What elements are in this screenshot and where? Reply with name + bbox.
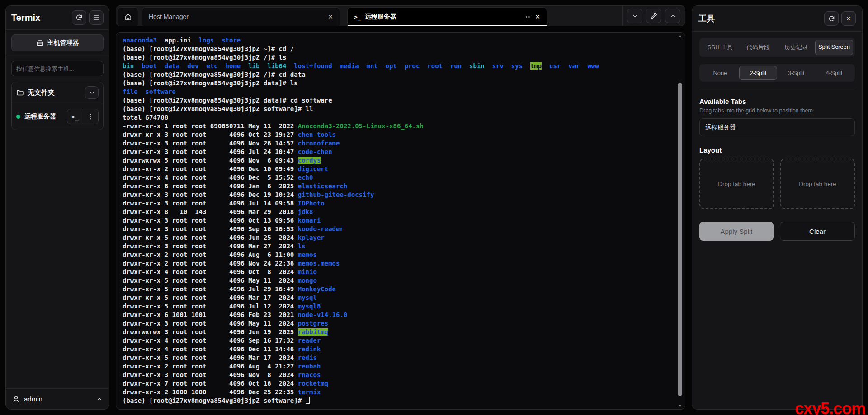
drop-zone-1[interactable]: Drop tab here: [699, 159, 774, 209]
tab-history[interactable]: 历史记录: [777, 40, 815, 55]
terminal-line: anaconda3 app.ini logs store: [123, 36, 673, 45]
terminal-line: drwxrwxrwx 5 root root 4096 Nov 6 09:43 …: [123, 156, 673, 165]
terminal-line: drwxr-xr-x 2 root root 4096 Aug 4 21:27 …: [123, 362, 673, 371]
divider: [699, 90, 855, 90]
terminal-line: bin boot data dev etc home lib lib64 los…: [123, 62, 673, 70]
clear-button[interactable]: Clear: [780, 222, 855, 241]
terminal-line: total 674788: [123, 113, 673, 122]
tab-snippets[interactable]: 代码片段: [739, 40, 777, 55]
sidebar-menu-button[interactable]: [89, 10, 104, 25]
terminal-line: drwxr-xr-x 3 root root 4096 Nov 26 14:57…: [123, 139, 673, 148]
split-option-bar: None 2-Split 3-Split 4-Split: [699, 64, 855, 82]
split-option-3[interactable]: 3-Split: [777, 66, 815, 80]
tools-title: 工具: [698, 13, 715, 24]
home-tab[interactable]: [118, 7, 138, 26]
terminal-line: (base) [root@iZ7xv8mogva854vg30j3jpZ /]#…: [123, 53, 673, 62]
tab-host-manager[interactable]: Host Manager ✕: [142, 7, 340, 26]
terminal-line: drwxrwxrwx 3 root root 4096 Jun 19 2025 …: [123, 328, 673, 336]
tab-bar-controls: [622, 6, 685, 26]
sidebar-header: Termix: [6, 6, 109, 30]
terminal-line: drwxr-xr-x 4 root root 4096 Dec 5 15:52 …: [123, 173, 673, 182]
folder-collapse-button[interactable]: [85, 86, 99, 99]
host-status-dot: [16, 115, 20, 119]
terminal-line: drwxr-xr-x 2 root root 4096 Nov 24 22:36…: [123, 259, 673, 268]
tab-ssh-tools[interactable]: SSH 工具: [701, 40, 739, 55]
host-more-button[interactable]: ⋮: [83, 109, 98, 124]
tools-panel: 工具 ✕ SSH 工具 代码片段 历史记录 Split Screen: [692, 5, 863, 410]
tab-remote-server[interactable]: >_ 远程服务器 ✕: [347, 7, 547, 26]
scrollbar-thumb[interactable]: [678, 83, 682, 396]
terminal-scrollbar[interactable]: ▲ ▼: [678, 34, 682, 407]
tools-header: 工具 ✕: [692, 6, 862, 32]
terminal-line: drwxr-xr-x 5 root root 4096 Jul 12 2024 …: [123, 302, 673, 311]
terminal-line: drwxr-xr-x 5 root root 4096 May 11 2024 …: [123, 276, 673, 285]
tools-toggle-button[interactable]: [646, 9, 661, 23]
terminal-line: drwxr-xr-x 3 root root 4096 Jul 14 09:58…: [123, 199, 673, 208]
terminal-line: drwxr-xr-x 6 1001 1001 4096 Feb 23 2021 …: [123, 311, 673, 319]
user-icon: [12, 395, 20, 403]
app-title: Termix: [11, 13, 40, 23]
terminal-line: file software: [123, 88, 673, 96]
host-name: 远程服务器: [24, 112, 63, 121]
split-option-4[interactable]: 4-Split: [815, 66, 853, 80]
terminal-line: drwxr-xr-x 2 root root 4096 Dec 10 09:49…: [123, 165, 673, 173]
available-tab-chip[interactable]: 远程服务器: [699, 118, 855, 136]
hammer-icon: [651, 13, 657, 19]
terminal-line: drwxr-xr-x 3 root root 4096 Nov 8 2024 r…: [123, 371, 673, 379]
hamburger-icon: [93, 14, 100, 21]
split-option-2[interactable]: 2-Split: [739, 66, 777, 80]
split-actions: Apply Split Clear: [699, 222, 855, 241]
terminal-line: drwxr-xr-x 4 root root 4096 Sep 16 17:32…: [123, 336, 673, 345]
terminal-line: drwxr-xr-x 6 root root 4096 Jan 6 2025 e…: [123, 182, 673, 191]
sidebar-refresh-button[interactable]: [72, 10, 86, 25]
terminal-line: (base) [root@iZ7xv8mogva854vg30j3jpZ /]#…: [123, 70, 673, 79]
folder-label: 无文件夹: [28, 89, 81, 97]
drop-zone-2[interactable]: Drop tab here: [780, 159, 855, 209]
search-section: [6, 56, 109, 80]
terminal-line: (base) [root@iZ7xv8mogva854vg30j3jpZ ~]#…: [123, 45, 673, 53]
user-section[interactable]: admin: [6, 388, 109, 409]
search-input[interactable]: [11, 61, 104, 76]
host-manager-button[interactable]: 主机管理器: [11, 34, 104, 51]
terminal-line: (base) [root@iZ7xv8mogva854vg30j3jpZ sof…: [123, 105, 673, 113]
scroll-down-arrow[interactable]: ▼: [679, 404, 682, 407]
scroll-up-arrow[interactable]: ▲: [679, 34, 682, 37]
terminal-line: drwxr-xr-x 7 root root 4096 Oct 18 2024 …: [123, 379, 673, 388]
apply-split-button[interactable]: Apply Split: [699, 222, 774, 241]
chevron-down-icon: [89, 90, 95, 96]
tools-refresh-button[interactable]: [824, 11, 839, 26]
user-name: admin: [24, 395, 92, 403]
host-actions: >_ ⋮: [67, 109, 99, 124]
chevron-up-icon: [670, 13, 676, 19]
tools-close-button[interactable]: ✕: [841, 11, 856, 26]
folder-group: 无文件夹 远程服务器 >_ ⋮: [11, 82, 104, 130]
collapse-down-button[interactable]: [627, 9, 642, 23]
host-terminal-button[interactable]: >_: [67, 109, 83, 124]
terminal-line: drwxr-xr-x 4 root root 4096 Oct 8 2024 m…: [123, 268, 673, 276]
terminal-line: drwxr-xr-x 5 root root 4096 Jun 25 2024 …: [123, 233, 673, 242]
host-list-item[interactable]: 远程服务器 >_ ⋮: [12, 103, 103, 130]
tab-remote-server-label: 远程服务器: [365, 13, 521, 21]
tab-close-icon[interactable]: ✕: [328, 13, 333, 20]
tab-close-icon[interactable]: ✕: [535, 13, 540, 20]
tab-split-screen[interactable]: Split Screen: [815, 40, 853, 55]
app-root: Termix 主机管理器: [0, 0, 868, 415]
home-icon: [124, 13, 132, 21]
host-manager-section: 主机管理器: [6, 30, 109, 56]
terminal-line: drwxr-xr-x 2 root root 4096 Aug 6 11:00 …: [123, 251, 673, 259]
tools-tab-bar: SSH 工具 代码片段 历史记录 Split Screen: [699, 38, 855, 57]
terminal-line: (base) [root@iZ7xv8mogva854vg30j3jpZ dat…: [123, 96, 673, 105]
sidebar: Termix 主机管理器: [5, 5, 109, 410]
close-icon: ✕: [846, 15, 851, 22]
folder-header[interactable]: 无文件夹: [12, 82, 103, 103]
host-manager-label: 主机管理器: [47, 39, 79, 47]
split-view-icon[interactable]: [524, 14, 531, 20]
split-option-none[interactable]: None: [701, 66, 739, 80]
terminal-panel[interactable]: anaconda3 app.ini logs store(base) [root…: [116, 32, 685, 410]
terminal-line: drwxr-xr-x 5 root root 4096 Mar 17 2024 …: [123, 354, 673, 362]
refresh-icon: [828, 15, 835, 22]
tools-body: SSH 工具 代码片段 历史记录 Split Screen None 2-Spl…: [692, 32, 862, 247]
terminal-line: drwxr-xr-x 5 root root 4096 Mar 17 2024 …: [123, 294, 673, 302]
terminal-line: (base) [root@iZ7xv8mogva854vg30j3jpZ sof…: [123, 396, 673, 405]
collapse-up-button[interactable]: [665, 9, 680, 23]
